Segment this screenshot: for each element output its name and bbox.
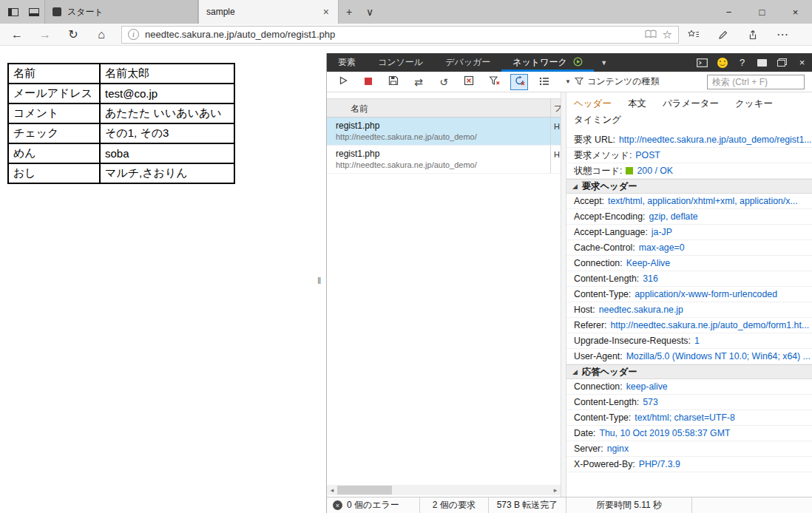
column-details-button[interactable] [535,74,553,90]
tab-list-chevron-icon[interactable]: ∨ [359,0,380,24]
home-button[interactable]: ⌂ [87,24,115,46]
titlebar-drag-area [380,0,712,24]
hub-favorites-icon[interactable] [679,24,708,46]
forward-button[interactable]: → [31,24,59,46]
response-headers-section[interactable]: ◢ 応答ヘッダー [566,364,812,379]
details-tab-parameters[interactable]: パラメーター [663,98,719,110]
details-tab-timing[interactable]: タイミング [574,115,621,125]
devtools-panel: 要素 コンソール デバッガー ネットワーク ▼ ? × ⇄ ↺ [326,53,812,513]
network-recording-icon [573,57,583,69]
header-label: Content-Length: [574,397,639,407]
reading-view-icon[interactable] [645,28,657,41]
request-headers-section[interactable]: ◢ 要求ヘッダー [566,179,812,194]
help-icon[interactable]: ? [732,53,752,72]
refresh-settings-button[interactable]: ↺ [435,74,453,90]
section-title: 要求ヘッダー [582,180,637,193]
horizontal-scrollbar[interactable]: ◂ ▸ [327,485,561,495]
clear-filter-button[interactable] [485,74,503,90]
header-row: Content-Length:573 [566,395,812,410]
elapsed-time: 所要時間 5.11 秒 [566,497,692,513]
header-label: Upgrade-Insecure-Requests: [574,336,691,346]
header-label: Server: [574,444,603,454]
devtools-tab-network[interactable]: ネットワーク [501,53,593,72]
request-protocol: H [550,118,561,145]
feedback-smiley-icon[interactable] [712,53,732,72]
row-label: コメント [8,103,100,123]
statusbar-filler [692,497,812,513]
details-splitter[interactable] [561,92,566,497]
header-label: Connection: [574,381,623,392]
header-row: Content-Type:application/x-www-form-urle… [566,287,812,302]
tab-sample-label: sample [206,7,235,17]
back-button[interactable]: ← [3,24,31,46]
details-tab-headers[interactable]: ヘッダー [574,98,612,110]
maximize-button[interactable]: □ [745,0,779,24]
play-icon [338,75,348,88]
close-tab-icon[interactable]: × [322,6,331,18]
devtools-tab-console[interactable]: コンソール [367,53,434,72]
scroll-right-icon[interactable]: ▸ [550,486,561,494]
export-har-button[interactable] [385,74,402,90]
header-value: http://needtec.sakura.ne.jp/auto_demo/re… [619,135,811,145]
open-console-drawer-icon[interactable] [692,53,712,72]
request-row[interactable]: regist1.php http://needtec.sakura.ne.jp/… [327,146,561,174]
list-icon [539,76,549,88]
scroll-left-icon[interactable]: ◂ [327,486,337,494]
request-count-label: 2 個の要求 [433,499,476,512]
network-main: 名前 プ regist1.php http://needtec.sakura.n… [327,92,812,497]
devtools-tab-label: コンソール [378,56,423,69]
close-window-button[interactable]: × [779,0,812,24]
address-input[interactable]: i needtec.sakura.ne.jp/auto_demo/regist1… [121,26,679,44]
devtools-splitter-handle[interactable]: ‖ [317,275,321,286]
tabs-preview-icon [29,8,39,16]
protocol-column-header[interactable]: プ [550,99,561,117]
close-devtools-icon[interactable]: × [792,53,812,72]
tab-sample[interactable]: sample × [198,0,339,24]
stop-capture-button[interactable] [359,74,377,90]
error-count[interactable]: × 0 個のエラー [327,497,420,513]
request-row[interactable]: regist1.php http://needtec.sakura.ne.jp/… [327,118,561,146]
header-label: Content-Type: [574,289,631,299]
devtools-statusbar: × 0 個のエラー 2 個の要求 573 B 転送完了 所要時間 5.11 秒 [327,497,812,513]
request-list-header[interactable]: 名前 プ [327,98,561,118]
header-value: gzip, deflate [649,211,697,222]
scrollbar-thumb[interactable] [337,486,392,495]
start-capture-button[interactable] [334,74,352,90]
share-icon[interactable] [738,24,768,46]
more-options-icon[interactable]: ⋯ [768,24,797,46]
import-export-button[interactable]: ⇄ [410,74,427,90]
tabs-preview-button[interactable] [24,0,44,24]
devtools-tab-elements[interactable]: 要素 [327,53,367,72]
new-tab-button[interactable]: + [339,0,359,24]
page-info-icon[interactable]: i [128,29,139,40]
web-note-pen-icon[interactable] [708,24,738,46]
header-row: Referer:http://needtec.sakura.ne.jp/auto… [566,318,812,333]
section-title: 応答ヘッダー [582,366,637,378]
collapse-triangle-icon: ◢ [572,183,578,190]
header-row-status: 状態コード: 200 / OK [566,163,812,179]
set-tabs-aside-button[interactable] [3,0,24,24]
clear-on-navigate-toggle[interactable] [510,74,528,90]
header-row: Host:needtec.sakura.ne.jp [566,302,812,318]
more-tools-chevron-icon[interactable]: ▼ [594,53,615,72]
minimize-button[interactable]: − [712,0,745,24]
error-circle-icon: × [333,500,342,510]
undock-icon[interactable] [772,53,792,72]
set-tabs-aside-icon [8,8,18,16]
tab-start[interactable]: スタート [44,0,198,24]
details-tab-body[interactable]: 本文 [628,98,646,110]
add-favorite-icon[interactable]: ☆ [663,28,672,41]
header-label: Connection: [574,258,623,268]
content-type-filter[interactable]: ▼ コンテンツの種類 [565,75,660,88]
network-search-input[interactable] [707,75,805,89]
dock-bottom-icon[interactable] [752,53,772,72]
funnel-icon [575,77,583,87]
devtools-tab-debugger[interactable]: デバッガー [434,53,501,72]
header-value: text/html; charset=UTF-8 [635,412,735,423]
refresh-button[interactable]: ↻ [59,24,87,46]
header-row: Accept:text/html, application/xhtml+xml,… [566,194,812,209]
clear-session-button[interactable] [460,74,478,90]
details-tab-cookies[interactable]: クッキー [735,98,773,110]
name-column-header[interactable]: 名前 [351,103,368,115]
transferred-label: 573 B 転送完了 [497,499,558,512]
